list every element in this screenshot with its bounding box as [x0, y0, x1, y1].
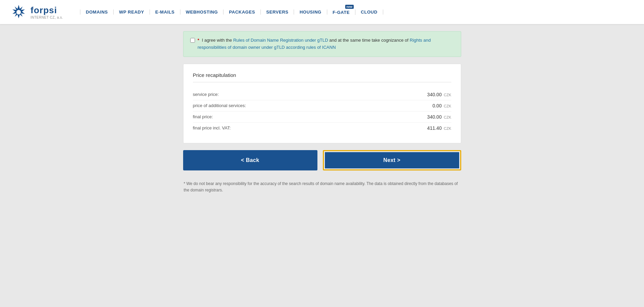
- nav-emails[interactable]: E-MAILS: [150, 9, 180, 15]
- currency-final: CZK: [443, 115, 451, 119]
- price-recapitulation-card: Price recapitulation service price: 340.…: [183, 64, 461, 143]
- nav-fgate[interactable]: new F-GATE: [327, 9, 355, 15]
- currency-vat: CZK: [443, 126, 451, 130]
- nav-webhosting[interactable]: WEBHOSTING: [180, 9, 224, 15]
- price-value-vat: 411.40 CZK: [427, 125, 451, 131]
- price-row-vat: final price incl. VAT: 411.40 CZK: [193, 123, 451, 134]
- site-header: forpsi INTERNET CZ, a.s. DOMAINS WP READ…: [0, 0, 644, 24]
- price-label-service: service price:: [193, 92, 219, 97]
- currency-additional: CZK: [443, 104, 451, 108]
- nav-servers[interactable]: SERVERS: [261, 9, 294, 15]
- fgate-new-badge: new: [345, 5, 354, 9]
- price-label-additional: price of additional services:: [193, 103, 246, 108]
- next-button-wrapper: Next >: [323, 150, 461, 170]
- disclaimer: * We do not bear any responsibility for …: [183, 181, 461, 193]
- nav-wp-ready[interactable]: WP READY: [114, 9, 150, 15]
- nav-housing[interactable]: HOUSING: [294, 9, 327, 15]
- price-row-additional: price of additional services: 0.00 CZK: [193, 100, 451, 111]
- nav-packages[interactable]: PACKAGES: [223, 9, 261, 15]
- agreement-box: * I agree with the Rules of Domain Name …: [183, 31, 461, 57]
- agreement-checkbox[interactable]: [190, 38, 195, 43]
- price-value-service: 340.00 CZK: [427, 92, 451, 97]
- currency-service: CZK: [443, 93, 451, 97]
- nav-cloud[interactable]: CLOUD: [355, 9, 383, 15]
- logo-sub: INTERNET CZ, a.s.: [31, 16, 63, 19]
- logo-brand: forpsi: [31, 5, 63, 16]
- logo-text: forpsi INTERNET CZ, a.s.: [31, 5, 63, 19]
- logo-icon: [10, 4, 27, 21]
- fgate-label: F-GATE: [333, 10, 350, 15]
- price-value-final: 340.00 CZK: [427, 114, 451, 120]
- price-recapitulation-title: Price recapitulation: [193, 72, 451, 82]
- nav-domains[interactable]: DOMAINS: [80, 9, 114, 15]
- price-row-final: final price: 340.00 CZK: [193, 111, 451, 123]
- price-label-final: final price:: [193, 114, 213, 119]
- buttons-row: < Back Next >: [183, 150, 461, 170]
- main-content: * I agree with the Rules of Domain Name …: [183, 24, 461, 214]
- svg-point-1: [16, 10, 21, 14]
- logo[interactable]: forpsi INTERNET CZ, a.s.: [10, 4, 63, 21]
- price-value-additional: 0.00 CZK: [432, 103, 451, 108]
- required-star: *: [198, 38, 199, 43]
- back-button[interactable]: < Back: [183, 150, 317, 170]
- price-row-service: service price: 340.00 CZK: [193, 89, 451, 100]
- main-nav: DOMAINS WP READY E-MAILS WEBHOSTING PACK…: [80, 9, 383, 15]
- next-button[interactable]: Next >: [325, 152, 459, 168]
- price-label-vat: final price incl. VAT:: [193, 125, 231, 130]
- rules-link[interactable]: Rules of Domain Name Registration under …: [233, 38, 328, 43]
- agreement-text: * I agree with the Rules of Domain Name …: [198, 37, 454, 51]
